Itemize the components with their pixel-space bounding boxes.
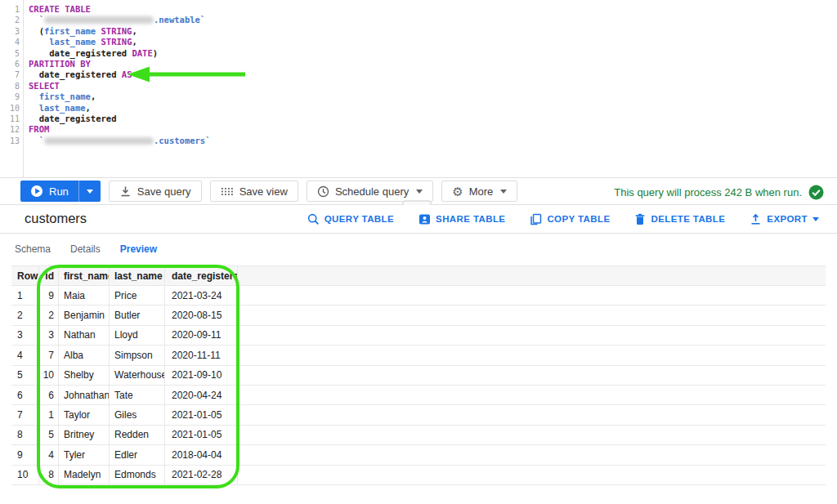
- line-number: 11: [0, 114, 20, 124]
- cell: Shelby: [59, 366, 110, 385]
- code-text: date_registered DATE): [29, 48, 158, 59]
- cell: 3: [11, 326, 39, 345]
- code-line: 5 date_registered DATE): [0, 48, 837, 59]
- code-token: first_name: [39, 91, 91, 101]
- code-token: first_name: [44, 26, 96, 36]
- code-text: `.newtable`: [29, 15, 205, 25]
- cell: Johnathan: [59, 386, 110, 404]
- cell: Waterhouse: [110, 366, 165, 385]
- code-line: 4 last_name STRING,: [0, 37, 837, 47]
- line-number: 8: [0, 81, 20, 91]
- cell: Redden: [110, 426, 165, 444]
- code-line: 11 date_registered: [0, 114, 837, 124]
- row-filler: [238, 426, 826, 444]
- clock-icon: [317, 185, 329, 198]
- table-row: 19MaiaPrice2021-03-24: [11, 286, 826, 306]
- code-token: ,: [91, 91, 96, 101]
- code-token: STRING: [101, 26, 132, 36]
- delete-table-button[interactable]: DELETE TABLE: [634, 213, 725, 225]
- copy-table-button[interactable]: COPY TABLE: [530, 213, 610, 225]
- query-table-label: QUERY TABLE: [325, 214, 394, 224]
- cell: Price: [110, 286, 165, 305]
- code-token: date_registered: [39, 69, 117, 79]
- cell: Britney: [59, 426, 110, 444]
- table-row: 94TylerEdler2018-04-04: [11, 445, 826, 465]
- code-token: date_registered: [49, 48, 127, 58]
- row-filler: [238, 286, 826, 305]
- cell: Taylor: [59, 405, 110, 424]
- search-icon: [307, 213, 320, 225]
- cell: 9: [39, 286, 59, 305]
- query-table-button[interactable]: QUERY TABLE: [307, 213, 394, 225]
- code-text: last_name,: [29, 103, 91, 114]
- preview-table: Rowidfirst_namelast_namedate_registered1…: [11, 265, 826, 485]
- schedule-query-button[interactable]: Schedule query: [307, 181, 433, 202]
- cell: 6: [11, 386, 39, 404]
- save-view-button[interactable]: Save view: [210, 181, 298, 202]
- code-token: [29, 103, 39, 113]
- cell: 4: [11, 346, 39, 364]
- table-tabs: Schema Details Preview: [15, 239, 157, 260]
- play-icon: [30, 185, 43, 198]
- code-line: 7 date_registered AS: [0, 69, 837, 80]
- code-lines: 1CREATE TABLE2 `.newtable`3 (first_name …: [0, 4, 837, 146]
- code-token: AS: [122, 69, 132, 79]
- code-token: date_registered: [39, 114, 117, 123]
- code-text: date_registered: [29, 114, 116, 124]
- cell: 2020-04-24: [165, 386, 238, 404]
- chevron-down-icon: [87, 190, 93, 194]
- code-line: 1CREATE TABLE: [0, 4, 837, 15]
- code-text: (first_name STRING,: [29, 26, 137, 37]
- code-token: DATE: [132, 48, 152, 58]
- code-line: 12FROM: [0, 124, 837, 135]
- row-filler: [238, 266, 826, 285]
- code-token: [29, 114, 39, 123]
- cell: 1: [11, 286, 39, 305]
- line-number: 6: [0, 59, 20, 69]
- delete-table-label: DELETE TABLE: [651, 214, 725, 224]
- cell: 2020-09-11: [165, 326, 238, 345]
- column-header: date_registered: [165, 266, 238, 285]
- run-dropdown[interactable]: [78, 181, 101, 202]
- cell: Tyler: [59, 445, 110, 464]
- cell: Madelyn: [59, 466, 110, 484]
- tab-details[interactable]: Details: [70, 243, 101, 255]
- code-token: last_name: [39, 103, 86, 113]
- editor-divider: [0, 177, 837, 178]
- export-button[interactable]: EXPORT: [750, 213, 819, 225]
- download-icon: [119, 185, 132, 198]
- line-number: 13: [0, 136, 20, 146]
- code-line: 3 (first_name STRING,: [0, 26, 837, 37]
- row-filler: [238, 366, 826, 385]
- tab-schema[interactable]: Schema: [15, 243, 51, 255]
- table-row: 22BenjaminButler2020-08-15: [11, 306, 826, 325]
- code-token: [29, 37, 49, 47]
- schedule-query-label: Schedule query: [335, 185, 409, 198]
- sql-editor[interactable]: 1CREATE TABLE2 `.newtable`3 (first_name …: [0, 0, 837, 177]
- chevron-down-icon: [500, 190, 507, 194]
- more-label: More: [469, 185, 494, 198]
- cell: 1: [39, 405, 59, 424]
- run-button[interactable]: Run: [20, 181, 101, 202]
- table-row: 85BritneyRedden2021-01-05: [11, 426, 826, 445]
- cell: Tate: [110, 386, 165, 404]
- line-number: 1: [0, 4, 20, 15]
- run-button-main[interactable]: Run: [20, 181, 78, 202]
- row-filler: [238, 306, 826, 324]
- chevron-down-icon: [416, 190, 423, 194]
- export-icon: [750, 213, 762, 225]
- header-divider: [0, 233, 837, 234]
- tab-preview[interactable]: Preview: [120, 243, 157, 255]
- code-token: (: [29, 26, 44, 36]
- more-button[interactable]: ⚙ More: [441, 181, 517, 202]
- cell: 7: [39, 346, 59, 364]
- column-header: id: [39, 266, 59, 285]
- cell: 4: [39, 445, 59, 464]
- cell: 2020-08-15: [165, 306, 238, 324]
- save-query-button[interactable]: Save query: [109, 181, 202, 202]
- redacted-project-id: [44, 137, 154, 145]
- table-row: 71TaylorGiles2021-01-05: [11, 405, 826, 425]
- share-table-button[interactable]: SHARE TABLE: [418, 213, 505, 225]
- share-badge-icon: [418, 213, 431, 225]
- cell: 2: [39, 306, 59, 324]
